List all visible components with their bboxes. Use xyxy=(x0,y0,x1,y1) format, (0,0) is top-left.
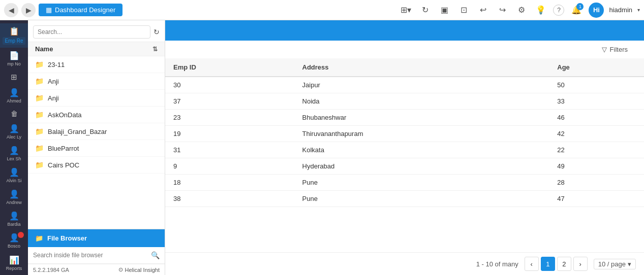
redo-icon[interactable]: ↪ xyxy=(495,3,509,17)
cell-emp-id: 38 xyxy=(165,191,294,207)
sidebar-item-alec-ly[interactable]: 👤 Alec Ly xyxy=(0,121,28,143)
help-icon[interactable]: ? xyxy=(553,5,564,16)
page-2-button[interactable]: 2 xyxy=(557,257,571,271)
folder-name: Anji xyxy=(48,94,59,102)
search-input[interactable] xyxy=(33,25,150,39)
table-row: 19 Thiruvananthapuram 42 xyxy=(165,126,644,142)
cell-emp-id: 37 xyxy=(165,93,294,110)
table-icon: ⊞ xyxy=(11,73,17,82)
file-browser-label: File Browser xyxy=(47,234,87,242)
sidebar-item-delete[interactable]: 🗑 xyxy=(0,107,28,121)
alvin-si-label: Alvin Si xyxy=(6,178,21,183)
cell-emp-id: 30 xyxy=(165,77,294,93)
folder-item-blueparrot[interactable]: 📁 BlueParrot xyxy=(28,140,165,157)
sidebar-item-mp-no[interactable]: 📄 mp No xyxy=(0,48,28,70)
folder-item-balaji[interactable]: 📁 Balaji_Grand_Bazar xyxy=(28,123,165,140)
sidebar-item-alvin-si[interactable]: 👤 Alvin Si xyxy=(0,164,28,186)
folder-name: 23-11 xyxy=(48,61,65,68)
folder-name: AskOnData xyxy=(48,111,81,119)
dashboard-designer-tab[interactable]: ▦ Dashboard Designer xyxy=(39,4,122,16)
refresh-button[interactable]: ↻ xyxy=(154,28,160,36)
sidebar-item-lex-sh[interactable]: 👤 Lex Sh xyxy=(0,143,28,164)
sidebar-item-reports[interactable]: 📊 Reports xyxy=(0,251,28,275)
topbar-left: ◀ ▶ ▦ Dashboard Designer xyxy=(4,3,122,17)
avatar[interactable]: Hi xyxy=(589,3,604,18)
content-header xyxy=(165,20,644,41)
page-1-button[interactable]: 1 xyxy=(541,257,555,271)
folder-name: Cairs POC xyxy=(48,161,79,169)
sidebar-item-ahmed[interactable]: 👤 Ahmed xyxy=(0,85,28,107)
filters-button[interactable]: ▽ Filters xyxy=(602,46,628,53)
table-row: 23 Bhubaneshwar 46 xyxy=(165,110,644,126)
cell-address: Pune xyxy=(294,175,549,191)
file-browser-item[interactable]: 📁 File Browser xyxy=(28,229,165,247)
cell-age: 28 xyxy=(549,175,644,191)
sidebar-item-bardia[interactable]: 👤 Bardia xyxy=(0,208,28,230)
dashboard-icon: ▦ xyxy=(46,6,52,14)
lex-sh-label: Lex Sh xyxy=(7,156,21,161)
sidebar-item-table[interactable]: ⊞ xyxy=(0,70,28,85)
folder-item-askondata[interactable]: 📁 AskOnData xyxy=(28,107,165,123)
col-header-age[interactable]: Age xyxy=(549,58,644,77)
andrew-label: Andrew xyxy=(6,200,22,205)
cell-address: Kolkata xyxy=(294,142,549,158)
folder-item-23-11[interactable]: 📁 23-11 xyxy=(28,56,165,73)
folder-item-anji-2[interactable]: 📁 Anji xyxy=(28,90,165,107)
fb-search-icon[interactable]: 🔍 xyxy=(151,251,160,259)
main-layout: 📋 Emp Re 📄 mp No ⊞ 👤 Ahmed 🗑 👤 Alec Ly 👤… xyxy=(0,20,644,275)
cell-address: Pune xyxy=(294,191,549,207)
sort-icon[interactable]: ⇅ xyxy=(152,46,158,53)
notification-badge: 1 xyxy=(576,3,584,10)
table-row: 37 Noida 33 xyxy=(165,93,644,110)
table-container: Emp ID Address Age 30 Jaipur 50 37 Noida… xyxy=(165,58,644,252)
alec-ly-icon: 👤 xyxy=(9,124,19,133)
view-icon[interactable]: ⊞▾ xyxy=(398,3,413,17)
file-browser-folder-icon: 📁 xyxy=(35,234,43,242)
layout-icon[interactable]: ⊡ xyxy=(456,3,471,17)
next-page-button[interactable]: › xyxy=(573,257,588,271)
sidebar-item-bosco[interactable]: 👤 Bosco xyxy=(0,230,28,252)
cell-address: Thiruvananthapuram xyxy=(294,126,549,142)
folder-icon: 📁 xyxy=(35,94,44,102)
undo-icon[interactable]: ↩ xyxy=(476,3,490,17)
per-page-chevron: ▾ xyxy=(628,260,631,268)
table-row: 31 Kolkata 22 xyxy=(165,142,644,158)
bosco-badge xyxy=(18,232,24,238)
file-browser-section: 📁 File Browser 🔍 5.2.2.1984 GA ⊙ Helical… xyxy=(28,229,165,275)
cell-age: 49 xyxy=(549,158,644,175)
prev-page-button[interactable]: ‹ xyxy=(525,257,539,271)
per-page-selector[interactable]: 10 / page ▾ xyxy=(594,259,636,269)
fb-search-input[interactable] xyxy=(33,252,148,259)
col-header-emp-id[interactable]: Emp ID xyxy=(165,58,294,77)
display-icon[interactable]: ▣ xyxy=(437,3,451,17)
hi-icon: ⊙ xyxy=(118,266,123,273)
forward-button[interactable]: ▶ xyxy=(21,3,36,17)
cell-age: 42 xyxy=(549,126,644,142)
reports-icon: 📊 xyxy=(9,255,19,265)
refresh-icon[interactable]: ↻ xyxy=(418,3,432,17)
back-button[interactable]: ◀ xyxy=(4,3,18,17)
settings-icon[interactable]: ⚙ xyxy=(514,3,529,17)
cell-emp-id: 23 xyxy=(165,110,294,126)
cell-emp-id: 9 xyxy=(165,158,294,175)
sidebar-item-andrew[interactable]: 👤 Andrew xyxy=(0,186,28,208)
folder-item-cairs[interactable]: 📁 Cairs POC xyxy=(28,157,165,174)
folder-name: Balaji_Grand_Bazar xyxy=(48,128,107,135)
ahmed-icon: 👤 xyxy=(9,88,19,97)
table-row: 30 Jaipur 50 xyxy=(165,77,644,93)
bulb-icon[interactable]: 💡 xyxy=(534,3,548,17)
cell-emp-id: 31 xyxy=(165,142,294,158)
folder-item-anji-1[interactable]: 📁 Anji xyxy=(28,73,165,90)
folder-list: 📁 23-11 📁 Anji 📁 Anji 📁 AskOnData 📁 Bala… xyxy=(28,56,165,229)
version-label: 5.2.2.1984 GA xyxy=(33,267,69,273)
col-header-address[interactable]: Address xyxy=(294,58,549,77)
folder-icon: 📁 xyxy=(35,77,44,85)
user-dropdown-icon[interactable]: ▾ xyxy=(637,7,640,13)
notification-button[interactable]: 🔔 1 xyxy=(569,3,584,17)
folder-name: BlueParrot xyxy=(48,145,79,152)
sidebar-item-emp-re[interactable]: 📋 Emp Re xyxy=(0,23,28,48)
topbar: ◀ ▶ ▦ Dashboard Designer ⊞▾ ↻ ▣ ⊡ ↩ ↪ ⚙ … xyxy=(0,0,644,20)
pagination: 1 - 10 of many ‹ 1 2 › 10 / page ▾ xyxy=(165,252,644,275)
content-area: ▽ Filters Emp ID Address Age 30 Jaipur 5… xyxy=(165,20,644,275)
folder-icon: 📁 xyxy=(35,60,44,68)
